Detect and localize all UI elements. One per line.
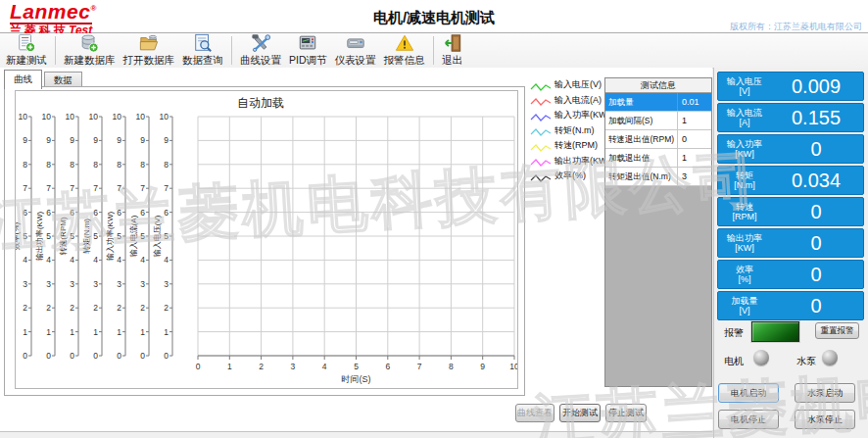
row-value: 0	[678, 130, 711, 148]
svg-text:0: 0	[93, 351, 98, 361]
pump-indicator	[822, 350, 838, 365]
legend-label: 输出功率(KW)	[555, 155, 610, 168]
toolbar-button-label: 退出	[442, 54, 462, 68]
legend-item: 输入功率(KW)	[530, 108, 608, 123]
svg-text:10: 10	[113, 112, 122, 122]
svg-text:10: 10	[66, 112, 75, 122]
table-row[interactable]: 转矩退出值(N.m)3	[605, 168, 711, 186]
readout-label: 加载量[V]	[718, 292, 771, 319]
start-test-button[interactable]: 开始测试	[559, 404, 601, 422]
svg-text:8: 8	[70, 160, 74, 170]
svg-text:5: 5	[93, 231, 98, 241]
pump-stop-button[interactable]: 水泵停止	[795, 410, 855, 429]
toolbar-button-open-database[interactable]: 打开数据库	[120, 33, 179, 68]
toolbar-button-data-query[interactable]: 数据查询	[178, 33, 227, 68]
row-label: 加载间隔(S)	[605, 112, 678, 129]
legend-item: 输入电流(A)	[530, 93, 608, 109]
svg-text:7: 7	[417, 362, 422, 371]
svg-text:0: 0	[70, 351, 74, 361]
svg-text:3: 3	[93, 279, 98, 289]
svg-text:7: 7	[46, 183, 51, 193]
table-row[interactable]: 加载量0.01	[605, 93, 711, 112]
tab-strip: 曲线数据	[4, 70, 84, 87]
legend-line-icon	[530, 170, 552, 182]
svg-text:9: 9	[70, 135, 74, 145]
legend-line-icon	[530, 110, 552, 122]
readout-efficiency: 效率[%]0	[717, 260, 864, 289]
readout-value: 0.034	[771, 167, 863, 194]
row-value: 1	[678, 112, 711, 129]
legend-label: 效率(%)	[555, 170, 586, 182]
svg-text:4: 4	[46, 255, 51, 265]
svg-text:8: 8	[117, 160, 121, 170]
readout-label: 转速[RPM]	[718, 198, 771, 225]
readout-load: 加载量[V]0	[717, 291, 864, 320]
readouts: 输入电压[V]0.009输入电流[A]0.155输入功率[KW]0转矩[N.m]…	[717, 72, 864, 322]
svg-text:8: 8	[93, 160, 98, 170]
svg-text:9: 9	[140, 135, 145, 145]
toolbar-button-new-database[interactable]: 新建数据库	[60, 33, 120, 68]
toolbar-button-new-test[interactable]: 新建测试	[2, 33, 51, 68]
toolbar-button-meter-settings[interactable]: 仪表设置	[331, 33, 380, 68]
svg-text:0: 0	[164, 351, 169, 361]
svg-text:自动加载: 自动加载	[237, 96, 284, 110]
curve-settings-icon	[250, 33, 271, 53]
legend-line-icon	[530, 140, 552, 152]
svg-text:2: 2	[117, 303, 121, 313]
main-area: 曲线数据 自动加载012345678910时间(S)012345678910效率…	[0, 68, 712, 432]
reset-alarm-button[interactable]: 重置报警	[815, 322, 859, 339]
toolbar-separator	[55, 36, 56, 65]
row-value: 1	[678, 149, 711, 167]
pump-start-button[interactable]: 水泵启动	[795, 383, 855, 403]
svg-text:5: 5	[23, 231, 27, 241]
toolbar-button-exit[interactable]: 退出	[438, 33, 467, 68]
svg-text:9: 9	[117, 135, 121, 145]
row-value: 0.01	[678, 93, 711, 111]
stop-test-button[interactable]: 停止测试	[605, 404, 647, 422]
toolbar-button-pid-tuning[interactable]: PID调节	[285, 33, 331, 68]
svg-text:3: 3	[117, 279, 121, 289]
legend-label: 输入电流(A)	[555, 94, 602, 107]
motor-start-button[interactable]: 电机启动	[718, 383, 779, 403]
legend-label: 输入功率(KW)	[555, 109, 610, 122]
motor-indicator	[753, 350, 769, 365]
toolbar-button-alarm-info[interactable]: 报警信息	[380, 33, 429, 68]
motor-stop-button[interactable]: 电机停止	[718, 410, 779, 429]
pid-tuning-icon	[297, 33, 318, 53]
tab-curve[interactable]: 曲线	[4, 70, 42, 89]
readout-input-current: 输入电流[A]0.155	[717, 103, 864, 132]
svg-text:10: 10	[136, 112, 146, 122]
legend-item: 转速(RPM)	[530, 138, 608, 154]
legend-line-icon	[530, 124, 552, 136]
svg-text:2: 2	[46, 303, 51, 313]
svg-text:4: 4	[117, 255, 121, 265]
row-label: 转矩退出值(N.m)	[605, 168, 678, 185]
svg-text:输入功率(KW): 输入功率(KW)	[106, 212, 115, 262]
toolbar-button-label: 仪表设置	[335, 54, 376, 68]
readout-label: 效率[%]	[718, 261, 771, 288]
row-label: 加载退出值	[605, 149, 678, 167]
svg-text:8: 8	[46, 160, 51, 170]
svg-text:6: 6	[46, 208, 51, 218]
svg-text:转矩(N.m): 转矩(N.m)	[82, 219, 91, 254]
svg-text:10: 10	[160, 112, 169, 122]
svg-text:10: 10	[42, 112, 52, 122]
readout-value: 0.009	[771, 73, 863, 100]
test-info-table: 测试信息 加载量0.01加载间隔(S)1转速退出值(RPM)0加载退出值1转矩退…	[604, 77, 712, 387]
legend-label: 输入电压(V)	[555, 78, 602, 91]
svg-text:效率(%): 效率(%)	[16, 221, 21, 250]
legend-item: 输入电压(V)	[530, 77, 608, 93]
toolbar-button-curve-settings[interactable]: 曲线设置	[236, 33, 285, 68]
table-row[interactable]: 加载退出值1	[605, 149, 711, 168]
curve-view-button[interactable]: 曲线查看	[515, 404, 555, 422]
table-row[interactable]: 转速退出值(RPM)0	[605, 130, 711, 149]
svg-text:9: 9	[23, 135, 27, 145]
svg-text:4: 4	[70, 255, 74, 265]
svg-text:5: 5	[117, 231, 121, 241]
legend-item: 输出功率(KW)	[530, 154, 608, 170]
svg-text:10: 10	[509, 362, 517, 371]
svg-text:6: 6	[117, 208, 121, 218]
table-header: 测试信息	[605, 78, 711, 93]
readout-label: 输入电流[A]	[718, 104, 771, 131]
table-row[interactable]: 加载间隔(S)1	[605, 112, 711, 130]
